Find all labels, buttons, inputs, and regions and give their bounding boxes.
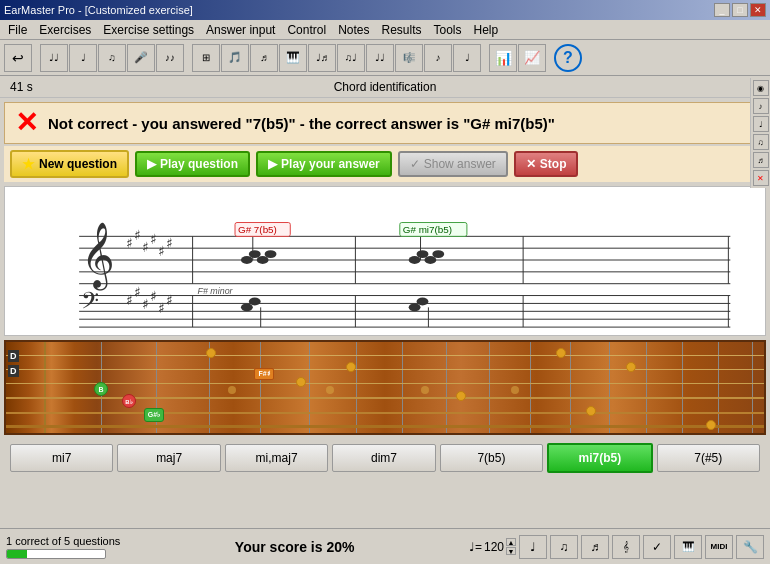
toolbar-btn-9[interactable]: ♬: [250, 44, 278, 72]
exercise-label: Chord identification: [334, 80, 437, 94]
play-answer-button[interactable]: ▶ Play your answer: [256, 151, 392, 177]
tempo-icon: ♩=: [469, 540, 482, 554]
svg-point-36: [265, 250, 277, 258]
svg-point-41: [249, 298, 261, 306]
tempo-value: 120: [484, 540, 504, 554]
toolbar-btn-11[interactable]: ♩♬: [308, 44, 336, 72]
new-question-button[interactable]: ★ New question: [10, 150, 129, 178]
show-answer-button[interactable]: ✓ Show answer: [398, 151, 508, 177]
menu-help[interactable]: Help: [468, 21, 505, 39]
fret-note-green-1: B: [94, 382, 108, 396]
answer-mi7b5[interactable]: mi7(b5): [547, 443, 652, 473]
fret-note-green-2: G#♭: [144, 408, 164, 422]
right-btn-3[interactable]: ♩: [753, 116, 769, 132]
your-score-label: Your score is 20%: [128, 539, 461, 555]
toolbar-btn-3[interactable]: ♩: [69, 44, 97, 72]
toolbar-btn-10[interactable]: 🎹: [279, 44, 307, 72]
fret-marker-7: [421, 386, 429, 394]
play-answer-icon: ▶: [268, 157, 277, 171]
fret-note-red-1: B♭: [122, 394, 136, 408]
right-btn-close[interactable]: ✕: [753, 170, 769, 186]
answer-maj7[interactable]: maj7: [117, 444, 220, 472]
settings-btn[interactable]: 🔧: [736, 535, 764, 559]
maximize-button[interactable]: □: [732, 3, 748, 17]
bottom-controls: ♩= 120 ▲ ▼ ♩ ♫ ♬ 𝄞 ✓ 🎹 MIDI 🔧: [469, 535, 764, 559]
right-btn-4[interactable]: ♫: [753, 134, 769, 150]
toolbar-btn-help[interactable]: ?: [554, 44, 582, 72]
toolbar-btn-4[interactable]: ♫: [98, 44, 126, 72]
answer-mimaj7[interactable]: mi,maj7: [225, 444, 328, 472]
right-panel: ◉ ♪ ♩ ♫ ♬ ✕: [750, 78, 770, 188]
menu-tools[interactable]: Tools: [428, 21, 468, 39]
svg-text:𝄞: 𝄞: [81, 222, 115, 291]
svg-point-33: [241, 256, 253, 264]
menu-control[interactable]: Control: [281, 21, 332, 39]
menu-bar: File Exercises Exercise settings Answer …: [0, 20, 770, 40]
check-btn[interactable]: ✓: [643, 535, 671, 559]
toolbar-btn-14[interactable]: 🎼: [395, 44, 423, 72]
toolbar-btn-7[interactable]: ⊞: [192, 44, 220, 72]
tempo-stepper[interactable]: ▲ ▼: [506, 538, 516, 555]
menu-notes[interactable]: Notes: [332, 21, 375, 39]
play-notes-btn[interactable]: ♫: [550, 535, 578, 559]
toolbar-btn-8[interactable]: 🎵: [221, 44, 249, 72]
fret-note-label-f: F#♯: [254, 368, 274, 380]
fret-note-4: [456, 391, 466, 401]
treble-clef-btn[interactable]: 𝄞: [612, 535, 640, 559]
result-message: Not correct - you answered "7(b5)" - the…: [48, 115, 555, 132]
toolbar-btn-15[interactable]: ♪: [424, 44, 452, 72]
tempo-up[interactable]: ▲: [506, 538, 516, 546]
menu-answer-input[interactable]: Answer input: [200, 21, 281, 39]
status-bar: 41 s Chord identification: [0, 76, 770, 98]
toolbar-btn-5[interactable]: 🎤: [127, 44, 155, 72]
answer-7s5[interactable]: 7(#5): [657, 444, 760, 472]
svg-point-45: [424, 256, 436, 264]
play-question-icon: ▶: [147, 157, 156, 171]
string-label-1: D: [8, 350, 19, 362]
svg-point-43: [409, 256, 421, 264]
svg-text:♯: ♯: [126, 235, 133, 251]
minimize-button[interactable]: _: [714, 3, 730, 17]
string-1: [6, 355, 764, 356]
midi-btn[interactable]: MIDI: [705, 535, 733, 559]
answer-buttons-row: mi7 maj7 mi,maj7 dim7 7(b5) mi7(b5) 7(#5…: [4, 439, 766, 477]
tempo-down[interactable]: ▼: [506, 547, 516, 555]
right-btn-2[interactable]: ♪: [753, 98, 769, 114]
answer-mi7[interactable]: mi7: [10, 444, 113, 472]
play-question-button[interactable]: ▶ Play question: [135, 151, 250, 177]
score-text: 1 correct of 5 questions: [6, 535, 120, 547]
answer-dim7[interactable]: dim7: [332, 444, 435, 472]
string-3: [6, 383, 764, 384]
toolbar-btn-12[interactable]: ♫♩: [337, 44, 365, 72]
stop-button[interactable]: ✕ Stop: [514, 151, 579, 177]
toolbar-btn-16[interactable]: ♩: [453, 44, 481, 72]
fret-marker-3: [228, 386, 236, 394]
svg-text:F# minor: F# minor: [198, 286, 234, 296]
toolbar-btn-score[interactable]: 📈: [518, 44, 546, 72]
fret-note-5: [586, 406, 596, 416]
toolbar-btn-6[interactable]: ♪♪: [156, 44, 184, 72]
piano-btn[interactable]: 🎹: [674, 535, 702, 559]
toolbar-btn-1[interactable]: ↩: [4, 44, 32, 72]
menu-file[interactable]: File: [2, 21, 33, 39]
sheet-music-svg: 𝄞 𝄢 ♯ ♯ ♯ ♯ ♯ ♯ ♯ ♯ ♯ ♯ ♯ ♯ F# minor: [5, 187, 765, 335]
svg-text:G# mi7(b5): G# mi7(b5): [403, 224, 452, 235]
answer-7b5[interactable]: 7(b5): [440, 444, 543, 472]
right-btn-1[interactable]: ◉: [753, 80, 769, 96]
right-btn-5[interactable]: ♬: [753, 152, 769, 168]
menu-exercise-settings[interactable]: Exercise settings: [97, 21, 200, 39]
fret-note-7: [626, 362, 636, 372]
play-single-btn[interactable]: ♩: [519, 535, 547, 559]
svg-text:♯: ♯: [150, 288, 157, 304]
menu-results[interactable]: Results: [375, 21, 427, 39]
fret-marker-9: [511, 386, 519, 394]
toolbar-btn-stats[interactable]: 📊: [489, 44, 517, 72]
toolbar-btn-13[interactable]: ♩♩: [366, 44, 394, 72]
toolbar-btn-2[interactable]: ♩♩: [40, 44, 68, 72]
fretboard-area: D D B B♭ G#♭ F#♯: [4, 340, 766, 435]
menu-exercises[interactable]: Exercises: [33, 21, 97, 39]
close-button[interactable]: ✕: [750, 3, 766, 17]
svg-text:G# 7(b5): G# 7(b5): [238, 224, 277, 235]
play-chord-btn[interactable]: ♬: [581, 535, 609, 559]
fret-note-8: [706, 420, 716, 430]
